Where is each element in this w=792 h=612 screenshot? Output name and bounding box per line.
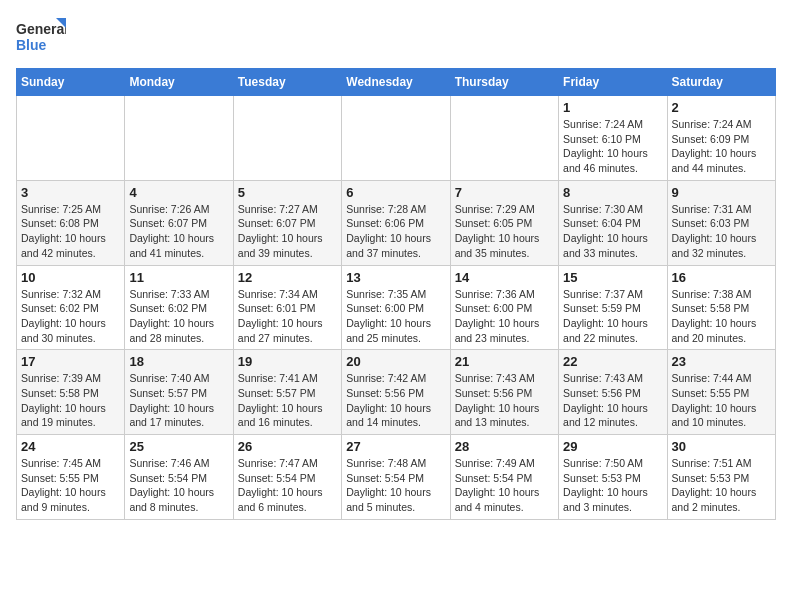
- day-info: Sunrise: 7:40 AMSunset: 5:57 PMDaylight:…: [129, 371, 228, 430]
- day-info: Sunrise: 7:24 AMSunset: 6:09 PMDaylight:…: [672, 117, 771, 176]
- day-info: Sunrise: 7:36 AMSunset: 6:00 PMDaylight:…: [455, 287, 554, 346]
- day-number: 1: [563, 100, 662, 115]
- calendar-cell: 1Sunrise: 7:24 AMSunset: 6:10 PMDaylight…: [559, 96, 667, 181]
- day-number: 5: [238, 185, 337, 200]
- calendar-cell: 27Sunrise: 7:48 AMSunset: 5:54 PMDayligh…: [342, 435, 450, 520]
- logo-svg: General Blue: [16, 16, 66, 60]
- calendar-cell: 12Sunrise: 7:34 AMSunset: 6:01 PMDayligh…: [233, 265, 341, 350]
- day-number: 21: [455, 354, 554, 369]
- calendar-cell: 4Sunrise: 7:26 AMSunset: 6:07 PMDaylight…: [125, 180, 233, 265]
- day-number: 25: [129, 439, 228, 454]
- day-info: Sunrise: 7:37 AMSunset: 5:59 PMDaylight:…: [563, 287, 662, 346]
- calendar-cell: 11Sunrise: 7:33 AMSunset: 6:02 PMDayligh…: [125, 265, 233, 350]
- day-number: 17: [21, 354, 120, 369]
- day-info: Sunrise: 7:31 AMSunset: 6:03 PMDaylight:…: [672, 202, 771, 261]
- day-number: 15: [563, 270, 662, 285]
- day-info: Sunrise: 7:47 AMSunset: 5:54 PMDaylight:…: [238, 456, 337, 515]
- day-info: Sunrise: 7:33 AMSunset: 6:02 PMDaylight:…: [129, 287, 228, 346]
- day-number: 4: [129, 185, 228, 200]
- calendar-day-header: Wednesday: [342, 69, 450, 96]
- calendar-day-header: Friday: [559, 69, 667, 96]
- day-number: 27: [346, 439, 445, 454]
- calendar-cell: [450, 96, 558, 181]
- calendar-cell: 10Sunrise: 7:32 AMSunset: 6:02 PMDayligh…: [17, 265, 125, 350]
- day-info: Sunrise: 7:29 AMSunset: 6:05 PMDaylight:…: [455, 202, 554, 261]
- calendar-day-header: Saturday: [667, 69, 775, 96]
- day-info: Sunrise: 7:50 AMSunset: 5:53 PMDaylight:…: [563, 456, 662, 515]
- day-number: 24: [21, 439, 120, 454]
- calendar-cell: 18Sunrise: 7:40 AMSunset: 5:57 PMDayligh…: [125, 350, 233, 435]
- calendar-cell: 3Sunrise: 7:25 AMSunset: 6:08 PMDaylight…: [17, 180, 125, 265]
- day-info: Sunrise: 7:26 AMSunset: 6:07 PMDaylight:…: [129, 202, 228, 261]
- calendar-cell: 14Sunrise: 7:36 AMSunset: 6:00 PMDayligh…: [450, 265, 558, 350]
- day-info: Sunrise: 7:38 AMSunset: 5:58 PMDaylight:…: [672, 287, 771, 346]
- calendar-day-header: Tuesday: [233, 69, 341, 96]
- day-info: Sunrise: 7:44 AMSunset: 5:55 PMDaylight:…: [672, 371, 771, 430]
- day-info: Sunrise: 7:39 AMSunset: 5:58 PMDaylight:…: [21, 371, 120, 430]
- calendar-cell: 24Sunrise: 7:45 AMSunset: 5:55 PMDayligh…: [17, 435, 125, 520]
- day-number: 7: [455, 185, 554, 200]
- calendar-cell: 15Sunrise: 7:37 AMSunset: 5:59 PMDayligh…: [559, 265, 667, 350]
- day-info: Sunrise: 7:51 AMSunset: 5:53 PMDaylight:…: [672, 456, 771, 515]
- day-info: Sunrise: 7:42 AMSunset: 5:56 PMDaylight:…: [346, 371, 445, 430]
- day-number: 28: [455, 439, 554, 454]
- calendar-cell: 28Sunrise: 7:49 AMSunset: 5:54 PMDayligh…: [450, 435, 558, 520]
- day-number: 16: [672, 270, 771, 285]
- svg-text:Blue: Blue: [16, 37, 47, 53]
- calendar-cell: [233, 96, 341, 181]
- day-number: 26: [238, 439, 337, 454]
- day-number: 11: [129, 270, 228, 285]
- logo: General Blue: [16, 16, 66, 60]
- calendar-cell: 6Sunrise: 7:28 AMSunset: 6:06 PMDaylight…: [342, 180, 450, 265]
- svg-text:General: General: [16, 21, 66, 37]
- calendar-cell: 17Sunrise: 7:39 AMSunset: 5:58 PMDayligh…: [17, 350, 125, 435]
- day-info: Sunrise: 7:43 AMSunset: 5:56 PMDaylight:…: [455, 371, 554, 430]
- calendar-cell: 2Sunrise: 7:24 AMSunset: 6:09 PMDaylight…: [667, 96, 775, 181]
- calendar-cell: [17, 96, 125, 181]
- day-number: 6: [346, 185, 445, 200]
- day-number: 20: [346, 354, 445, 369]
- day-info: Sunrise: 7:25 AMSunset: 6:08 PMDaylight:…: [21, 202, 120, 261]
- calendar-day-header: Thursday: [450, 69, 558, 96]
- calendar-cell: 19Sunrise: 7:41 AMSunset: 5:57 PMDayligh…: [233, 350, 341, 435]
- calendar-cell: 30Sunrise: 7:51 AMSunset: 5:53 PMDayligh…: [667, 435, 775, 520]
- calendar-cell: 25Sunrise: 7:46 AMSunset: 5:54 PMDayligh…: [125, 435, 233, 520]
- day-info: Sunrise: 7:46 AMSunset: 5:54 PMDaylight:…: [129, 456, 228, 515]
- calendar-cell: 22Sunrise: 7:43 AMSunset: 5:56 PMDayligh…: [559, 350, 667, 435]
- calendar-cell: 29Sunrise: 7:50 AMSunset: 5:53 PMDayligh…: [559, 435, 667, 520]
- calendar-cell: 26Sunrise: 7:47 AMSunset: 5:54 PMDayligh…: [233, 435, 341, 520]
- calendar-day-header: Sunday: [17, 69, 125, 96]
- calendar-cell: 8Sunrise: 7:30 AMSunset: 6:04 PMDaylight…: [559, 180, 667, 265]
- day-info: Sunrise: 7:48 AMSunset: 5:54 PMDaylight:…: [346, 456, 445, 515]
- day-number: 2: [672, 100, 771, 115]
- calendar-cell: 7Sunrise: 7:29 AMSunset: 6:05 PMDaylight…: [450, 180, 558, 265]
- day-number: 14: [455, 270, 554, 285]
- day-number: 13: [346, 270, 445, 285]
- calendar-cell: 5Sunrise: 7:27 AMSunset: 6:07 PMDaylight…: [233, 180, 341, 265]
- day-info: Sunrise: 7:28 AMSunset: 6:06 PMDaylight:…: [346, 202, 445, 261]
- day-number: 29: [563, 439, 662, 454]
- day-info: Sunrise: 7:27 AMSunset: 6:07 PMDaylight:…: [238, 202, 337, 261]
- day-info: Sunrise: 7:41 AMSunset: 5:57 PMDaylight:…: [238, 371, 337, 430]
- calendar: SundayMondayTuesdayWednesdayThursdayFrid…: [16, 68, 776, 520]
- day-info: Sunrise: 7:35 AMSunset: 6:00 PMDaylight:…: [346, 287, 445, 346]
- day-info: Sunrise: 7:49 AMSunset: 5:54 PMDaylight:…: [455, 456, 554, 515]
- day-info: Sunrise: 7:24 AMSunset: 6:10 PMDaylight:…: [563, 117, 662, 176]
- day-info: Sunrise: 7:43 AMSunset: 5:56 PMDaylight:…: [563, 371, 662, 430]
- calendar-cell: 9Sunrise: 7:31 AMSunset: 6:03 PMDaylight…: [667, 180, 775, 265]
- calendar-cell: [342, 96, 450, 181]
- day-number: 12: [238, 270, 337, 285]
- calendar-cell: 23Sunrise: 7:44 AMSunset: 5:55 PMDayligh…: [667, 350, 775, 435]
- calendar-day-header: Monday: [125, 69, 233, 96]
- day-number: 23: [672, 354, 771, 369]
- day-number: 3: [21, 185, 120, 200]
- day-number: 10: [21, 270, 120, 285]
- day-number: 22: [563, 354, 662, 369]
- calendar-cell: [125, 96, 233, 181]
- day-number: 19: [238, 354, 337, 369]
- calendar-cell: 20Sunrise: 7:42 AMSunset: 5:56 PMDayligh…: [342, 350, 450, 435]
- page-header: General Blue: [16, 16, 776, 60]
- day-number: 18: [129, 354, 228, 369]
- day-number: 8: [563, 185, 662, 200]
- calendar-header: SundayMondayTuesdayWednesdayThursdayFrid…: [17, 69, 776, 96]
